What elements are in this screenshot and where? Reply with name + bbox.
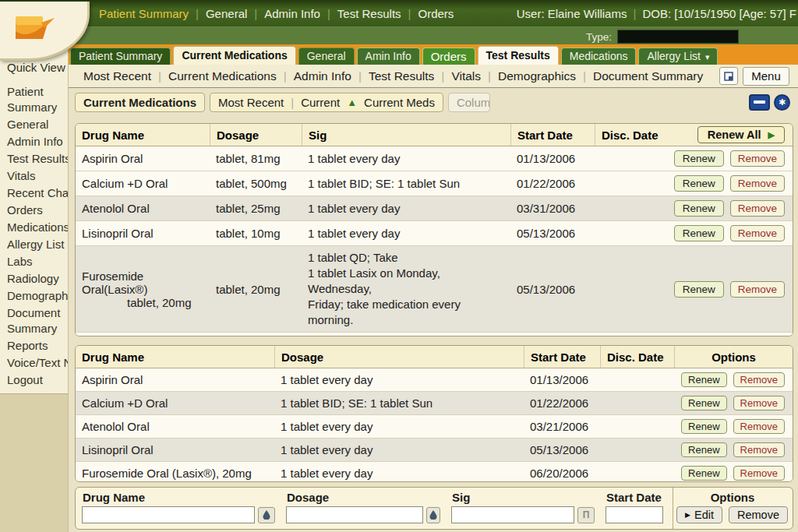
nav-demographics[interactable]: Demographics (491, 69, 583, 83)
tab-current-medications[interactable]: Current Medications (173, 46, 295, 65)
tab-general[interactable]: General (298, 48, 355, 65)
table-row: Atenolol Oraltablet, 25mg1 tablet every … (76, 196, 793, 221)
cell-disc-date (600, 423, 674, 431)
sidebar-item-reports[interactable]: Reports (0, 338, 68, 354)
tab-amin-info[interactable]: Amin Info (357, 48, 420, 65)
folder-icon (12, 11, 56, 45)
sig-input[interactable] (451, 506, 574, 523)
tab-test-results[interactable]: Test Results (478, 46, 559, 65)
remove-button[interactable]: Remove (730, 281, 785, 298)
table-row: Lisinopril Oral1 tablet every day05/13/2… (76, 439, 793, 462)
form-label-drug-name: Drug Name (83, 491, 275, 504)
remove-button[interactable]: Remove (730, 200, 785, 217)
module-tab-strip: Patient SummaryCurrent MedicationsGenera… (69, 44, 798, 65)
renew-button[interactable]: Renew (681, 372, 726, 387)
renew-button[interactable]: Renew (674, 281, 724, 298)
cell-drug-name: Atenolol Oral (76, 416, 274, 437)
remove-button[interactable]: Remove (733, 442, 785, 457)
sidebar-item-logout[interactable]: Logout (0, 372, 68, 388)
remove-button[interactable]: Remove (733, 372, 785, 387)
top-nav: Patient Summary|General|Admin Info|Test … (92, 7, 461, 20)
sidebar-item-orders[interactable]: Orders (0, 203, 68, 218)
renew-button[interactable]: Renew (674, 200, 724, 217)
cell-start-date: 05/13/2006 (510, 279, 595, 300)
view-tab-current-medications[interactable]: Current Medications (75, 93, 205, 112)
renew-button[interactable]: Renew (681, 442, 726, 457)
renew-button[interactable]: Renew (674, 150, 724, 167)
sidebar-item-medications[interactable]: Medications (0, 220, 68, 235)
nav-current-medications[interactable]: Current Medications (161, 69, 284, 83)
cell-start-date: 05/13/2006 (510, 223, 595, 244)
view-most-recent[interactable]: Most Recent (218, 93, 284, 111)
sidebar-item-radiology[interactable]: Radiology (0, 271, 68, 287)
remove-button[interactable]: Remove (733, 396, 785, 410)
separator: | (291, 93, 294, 111)
remove-button[interactable]: Remove (733, 466, 785, 481)
sidebar-item-test-results[interactable]: Test Results (0, 151, 68, 167)
minimize-icon[interactable] (749, 94, 770, 111)
form-remove-button[interactable]: Remove (729, 506, 788, 523)
tab-orders[interactable]: Orders (422, 48, 475, 65)
renew-all-button[interactable]: Renew All ▶ (697, 126, 785, 143)
dosage-lookup-button[interactable] (426, 507, 440, 523)
remove-button[interactable]: Remove (730, 175, 785, 192)
cell-dosage: tablet, 500mg (210, 173, 302, 194)
nav-test-results[interactable]: Test Results (362, 69, 441, 83)
table-row: Furosemide Oral(Lasix®)tablet, 20mgtable… (76, 246, 793, 333)
tab-allergy-list[interactable]: Allergy List▾ (638, 48, 718, 65)
nav-admin-info[interactable]: Admin Info (287, 69, 358, 83)
renew-button[interactable]: Renew (674, 225, 724, 241)
sig-line: 1 tablet every day (308, 226, 504, 241)
drug-lookup-button[interactable] (258, 507, 275, 523)
cell-sig: 1 tablet every day (302, 197, 510, 220)
type-input[interactable] (617, 30, 739, 44)
remove-button[interactable]: Remove (733, 419, 785, 434)
top-nav-orders[interactable]: Orders (411, 7, 461, 20)
sidebar-item-recent-charts[interactable]: Recent Charts (0, 185, 68, 201)
sig-builder-button[interactable]: Π (577, 507, 595, 523)
top-nav-general[interactable]: General (199, 7, 254, 20)
tab-patient-summary[interactable]: Patient Summary (70, 48, 171, 65)
nav-vitals[interactable]: Vitals (444, 69, 488, 83)
renew-button[interactable]: Renew (674, 175, 724, 192)
menu-button[interactable]: Menu (743, 67, 789, 86)
drug-name-text: Atenolol Oral (82, 202, 203, 215)
tab-medications[interactable]: Medications (561, 48, 637, 65)
top-nav-patient-summary[interactable]: Patient Summary (92, 7, 196, 20)
edit-button[interactable]: ▶ Edit (676, 506, 722, 523)
sidebar-item-labs[interactable]: Labs (0, 254, 68, 270)
popout-button[interactable] (719, 67, 738, 85)
droplet-icon (263, 510, 270, 520)
sidebar-item-voice-text-notes[interactable]: Voice/Text Notes (0, 355, 68, 371)
view-current[interactable]: Current (301, 93, 340, 111)
remove-button[interactable]: Remove (730, 225, 785, 241)
settings-icon[interactable]: ✱ (774, 94, 790, 111)
cell-sig: 1 tablet every day (302, 147, 510, 171)
nav-most-recent[interactable]: Most Recent (76, 69, 158, 83)
sidebar-item-admin-info[interactable]: Admin Info (0, 134, 68, 150)
cell-options: RenewRemove (674, 462, 793, 482)
col-dosage: Dosage (274, 346, 524, 368)
sidebar-item-vitals[interactable]: Vitals (0, 168, 68, 184)
remove-button[interactable]: Remove (730, 150, 785, 167)
start-date-input[interactable] (606, 506, 663, 523)
view-current-meds[interactable]: Current Meds (364, 93, 435, 111)
cell-disc-date (595, 205, 665, 213)
dosage-input[interactable] (286, 506, 423, 523)
sidebar-item-general[interactable]: General (0, 117, 68, 132)
drug-name-input[interactable] (82, 506, 255, 523)
sidebar-item-allergy-list[interactable]: Allergy List (0, 237, 68, 252)
table-header-row: Drug Name Dosage Sig Start Date Disc. Da… (76, 124, 793, 146)
renew-button[interactable]: Renew (681, 466, 726, 481)
cell-start-date: 03/21/2006 (524, 416, 600, 437)
top-nav-admin-info[interactable]: Admin Info (257, 7, 327, 20)
tab-label: Amin Info (365, 50, 411, 62)
sidebar-item-patient-summary[interactable]: Patient Summary (0, 84, 68, 115)
sidebar-item-document-summary[interactable]: Document Summary (0, 305, 68, 336)
renew-button[interactable]: Renew (681, 419, 726, 434)
nav-document-summary[interactable]: Document Summary (586, 69, 710, 83)
sidebar-item-demographics[interactable]: Demographics (0, 288, 68, 304)
renew-button[interactable]: Renew (681, 396, 726, 410)
top-nav-test-results[interactable]: Test Results (330, 7, 408, 20)
cell-actions: RenewRemove (665, 146, 793, 171)
